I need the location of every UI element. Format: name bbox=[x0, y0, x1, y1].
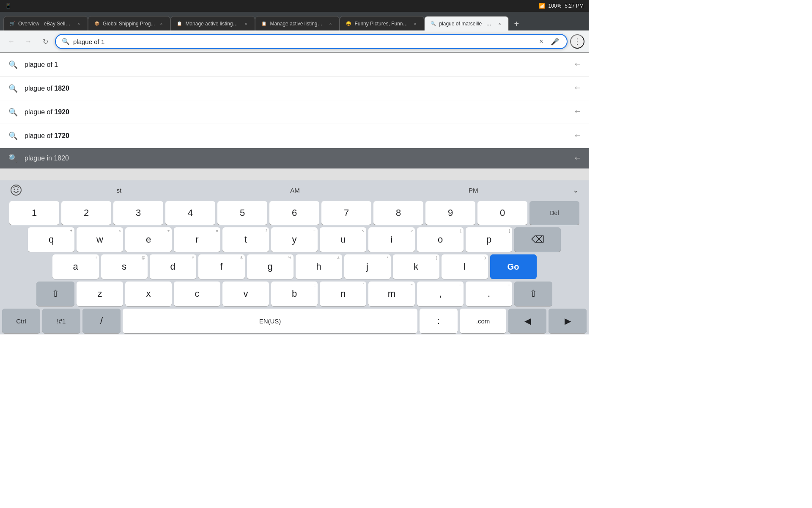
key-v[interactable]: v bbox=[222, 282, 269, 306]
suggestion-item-3[interactable]: 🔍 plague of 1920 ↗ bbox=[0, 100, 589, 124]
key-n[interactable]: n` bbox=[320, 282, 366, 306]
arrow-icon-1: ↗ bbox=[573, 60, 582, 69]
address-bar[interactable]: 🔍 plague of 1 × 🎤 bbox=[55, 34, 568, 49]
emoji-button[interactable] bbox=[7, 182, 25, 198]
back-button[interactable]: ← bbox=[4, 34, 19, 49]
key-1[interactable]: 1 bbox=[9, 201, 59, 225]
kb-suggestion-pm[interactable]: PM bbox=[464, 185, 483, 196]
tab-title-6: plague of marseille - G... bbox=[439, 21, 493, 27]
key-i[interactable]: i> bbox=[368, 227, 415, 252]
dark-search-icon: 🔍 bbox=[8, 154, 18, 163]
dark-suggestion-bar[interactable]: 🔍 plague in 1820 ↗ bbox=[0, 148, 589, 168]
key-ctrl[interactable]: Ctrl bbox=[2, 309, 40, 333]
key-5[interactable]: 5 bbox=[217, 201, 267, 225]
key-2[interactable]: 2 bbox=[61, 201, 111, 225]
tab-funny-pictures[interactable]: 😄 Funny Pictures, Funny... × bbox=[340, 16, 424, 30]
key-colon[interactable]: : bbox=[420, 309, 458, 333]
key-arrow-left[interactable]: ◀ bbox=[508, 309, 546, 333]
key-c[interactable]: c bbox=[174, 282, 220, 306]
key-y[interactable]: y− bbox=[271, 227, 318, 252]
tab-title-1: Overview - eBay Seller... bbox=[18, 21, 72, 27]
suggestion-text-4: plague of 1720 bbox=[25, 132, 568, 140]
tab-close-3[interactable]: × bbox=[242, 20, 250, 28]
suggestion-item-2[interactable]: 🔍 plague of 1820 ↗ bbox=[0, 77, 589, 100]
key-period[interactable]: .− bbox=[466, 282, 512, 306]
address-input[interactable]: plague of 1 bbox=[73, 38, 532, 45]
key-k[interactable]: k( bbox=[393, 254, 439, 279]
key-p[interactable]: p] bbox=[466, 227, 512, 252]
keyboard-row-2: a! s@ d# f$ g% h& j* k( l) Go bbox=[0, 253, 589, 280]
key-b[interactable]: b; bbox=[271, 282, 318, 306]
search-icon-4: 🔍 bbox=[8, 131, 18, 141]
key-shift-left[interactable]: ⇧ bbox=[36, 282, 74, 306]
status-battery: 100% bbox=[549, 3, 562, 9]
key-z[interactable]: z bbox=[77, 282, 123, 306]
key-m[interactable]: m~ bbox=[368, 282, 415, 306]
key-comma[interactable]: ,− bbox=[417, 282, 464, 306]
suggestion-item-1[interactable]: 🔍 plague of 1 ↗ bbox=[0, 53, 589, 77]
kb-suggestion-st[interactable]: st bbox=[112, 185, 127, 196]
key-q[interactable]: q+ bbox=[28, 227, 74, 252]
tab-title-5: Funny Pictures, Funny... bbox=[354, 21, 409, 27]
tab-close-4[interactable]: × bbox=[326, 20, 334, 28]
mic-button[interactable]: 🎤 bbox=[549, 36, 561, 47]
tab-global-shipping[interactable]: 📦 Global Shipping Prog... × bbox=[88, 16, 170, 30]
key-4[interactable]: 4 bbox=[165, 201, 215, 225]
tab-close-1[interactable]: × bbox=[75, 20, 82, 28]
key-slash[interactable]: / bbox=[82, 309, 121, 333]
key-s[interactable]: s@ bbox=[101, 254, 148, 279]
keyboard-collapse-button[interactable]: ⌄ bbox=[567, 182, 584, 198]
key-6[interactable]: 6 bbox=[269, 201, 319, 225]
dark-arrow-icon: ↗ bbox=[573, 154, 582, 163]
key-g[interactable]: g% bbox=[247, 254, 294, 279]
browser-menu-button[interactable]: ⋮ bbox=[570, 34, 584, 49]
tab-close-6[interactable]: × bbox=[496, 20, 503, 28]
tab-overview-ebay[interactable]: 🛒 Overview - eBay Seller... × bbox=[3, 16, 88, 30]
suggestion-text-3: plague of 1920 bbox=[25, 108, 568, 116]
key-o[interactable]: o[ bbox=[417, 227, 464, 252]
key-7[interactable]: 7 bbox=[321, 201, 371, 225]
key-9[interactable]: 9 bbox=[425, 201, 475, 225]
key-t[interactable]: t/ bbox=[222, 227, 269, 252]
key-backspace[interactable]: ⌫ bbox=[514, 227, 561, 252]
key-arrow-right[interactable]: ▶ bbox=[549, 309, 587, 333]
key-h[interactable]: h& bbox=[296, 254, 342, 279]
key-dotcom[interactable]: .com bbox=[460, 309, 506, 333]
clear-button[interactable]: × bbox=[535, 36, 547, 47]
keyboard-suggestion-bar: st AM PM ⌄ bbox=[0, 180, 589, 200]
key-u[interactable]: u< bbox=[320, 227, 366, 252]
key-x[interactable]: x bbox=[125, 282, 172, 306]
key-e[interactable]: e÷ bbox=[125, 227, 172, 252]
suggestions-dropdown: 🔍 plague of 1 ↗ 🔍 plague of 1820 ↗ 🔍 pla… bbox=[0, 53, 589, 148]
key-del[interactable]: Del bbox=[529, 201, 579, 225]
key-hash[interactable]: !#1 bbox=[42, 309, 80, 333]
key-shift-right[interactable]: ⇧ bbox=[514, 282, 552, 306]
search-icon-1: 🔍 bbox=[8, 60, 18, 69]
key-space[interactable]: EN(US) bbox=[123, 309, 417, 333]
key-j[interactable]: j* bbox=[344, 254, 391, 279]
suggestion-item-4[interactable]: 🔍 plague of 1720 ↗ bbox=[0, 124, 589, 148]
key-0[interactable]: 0 bbox=[477, 201, 527, 225]
refresh-button[interactable]: ↻ bbox=[38, 34, 52, 49]
key-w[interactable]: w× bbox=[77, 227, 123, 252]
key-l[interactable]: l) bbox=[442, 254, 488, 279]
tab-manage-listings-2[interactable]: 📋 Manage active listings... × bbox=[255, 16, 340, 30]
address-bar-row: ← → ↻ 🔍 plague of 1 × 🎤 ⋮ bbox=[0, 30, 589, 52]
new-tab-button[interactable]: + bbox=[510, 18, 522, 30]
tab-close-5[interactable]: × bbox=[411, 20, 419, 28]
key-a[interactable]: a! bbox=[52, 254, 99, 279]
svg-point-1 bbox=[14, 189, 15, 190]
tab-close-2[interactable]: × bbox=[157, 20, 165, 28]
key-f[interactable]: f$ bbox=[198, 254, 245, 279]
key-8[interactable]: 8 bbox=[373, 201, 423, 225]
tab-plague-marseille[interactable]: 🔍 plague of marseille - G... × bbox=[424, 16, 509, 30]
tab-manage-listings-1[interactable]: 📋 Manage active listings... × bbox=[170, 16, 255, 30]
kb-suggestion-am[interactable]: AM bbox=[285, 185, 305, 196]
key-3[interactable]: 3 bbox=[113, 201, 163, 225]
arrow-icon-3: ↗ bbox=[573, 107, 582, 117]
key-d[interactable]: d# bbox=[150, 254, 196, 279]
key-r[interactable]: r= bbox=[174, 227, 220, 252]
key-go[interactable]: Go bbox=[490, 254, 537, 279]
status-bar: 📱 📶 100% 5:27 PM bbox=[0, 0, 589, 12]
forward-button[interactable]: → bbox=[21, 34, 36, 49]
